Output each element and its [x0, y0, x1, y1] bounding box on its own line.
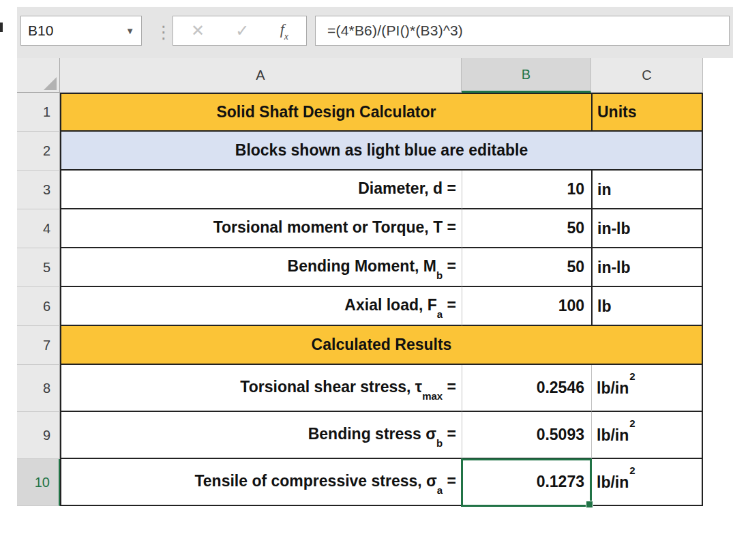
unit-superscript: 2	[629, 370, 635, 382]
section-header-text: Calculated Results	[312, 336, 452, 354]
row-header-4[interactable]: 4	[17, 209, 60, 248]
label-subscript: b	[436, 437, 443, 449]
cell-A10-label[interactable]: Tensile of compressive stress, σa =	[60, 459, 462, 506]
screen-edge-artifact	[0, 23, 3, 32]
insert-function-icon[interactable]: fx	[280, 20, 288, 40]
sheet-row-6: 6 Axial load, Fa = 100 lb	[17, 287, 703, 326]
col-header-A[interactable]: A	[60, 58, 462, 93]
row-header-9[interactable]: 9	[17, 412, 60, 459]
fx-f: f	[280, 20, 284, 38]
unit-superscript: 2	[629, 417, 635, 429]
sheet-row-10: 10 Tensile of compressive stress, σa = 0…	[17, 459, 703, 506]
cell-B8-value[interactable]: 0.2546	[462, 365, 591, 412]
sheet-row-3: 3 Diameter, d = 10 in	[17, 171, 703, 209]
cell-reference-value: B10	[28, 23, 53, 39]
cell-C1-units-header[interactable]: Units	[591, 93, 703, 132]
col-header-C[interactable]: C	[591, 58, 703, 93]
unit-text: lb/in2	[597, 426, 635, 445]
cell-B10-value[interactable]: 0.1273	[462, 459, 591, 506]
cell-B4-value[interactable]: 50	[462, 209, 591, 248]
label-text: Diameter, d =	[358, 179, 456, 199]
unit-text: in	[597, 180, 612, 199]
unit-superscript: 2	[629, 465, 635, 476]
cell-A1-title[interactable]: Solid Shaft Design Calculator	[60, 93, 591, 132]
cell-A2-banner[interactable]: Blocks shown as light blue are editable	[60, 132, 703, 171]
cell-B5-value[interactable]: 50	[462, 248, 591, 287]
select-all-icon	[44, 77, 57, 90]
cancel-icon[interactable]: ✕	[191, 21, 205, 40]
label-text: Torsional shear stress, τmax =	[240, 378, 456, 398]
value-text: 100	[558, 297, 584, 315]
value-text: 0.2546	[537, 379, 584, 397]
unit-text: lb/in2	[597, 473, 635, 492]
sheet-row-9: 9 Bending stress σb = 0.5093 lb/in2	[17, 412, 703, 459]
sheet-row-8: 8 Torsional shear stress, τmax = 0.2546 …	[17, 365, 703, 412]
row-header-6[interactable]: 6	[17, 287, 60, 326]
cell-A7-section-header[interactable]: Calculated Results	[60, 326, 703, 365]
row-header-3[interactable]: 3	[17, 171, 60, 209]
unit-text: in-lb	[597, 219, 631, 238]
enter-icon[interactable]: ✓	[235, 21, 249, 40]
row-header-2[interactable]: 2	[17, 132, 60, 171]
chevron-down-icon[interactable]: ▼	[125, 26, 134, 36]
row-header-5[interactable]: 5	[17, 248, 60, 287]
cell-C9-unit[interactable]: lb/in2	[591, 412, 703, 459]
unit-text: lb/in2	[597, 379, 635, 398]
label-text: Bending Moment, Mb =	[288, 257, 456, 277]
sheet-row-2: 2 Blocks shown as light blue are editabl…	[17, 132, 703, 171]
name-box[interactable]: B10 ▼	[20, 16, 142, 46]
value-text: 50	[567, 219, 584, 237]
sheet-row-4: 4 Torsional moment or Torque, T = 50 in-…	[17, 209, 703, 248]
formula-text: =(4*B6)/(PI()*(B3)^3)	[327, 23, 463, 39]
unit-text: lb	[597, 297, 612, 316]
label-subscript: a	[437, 308, 443, 320]
fx-x: x	[284, 31, 288, 42]
row-header-10[interactable]: 10	[17, 459, 60, 506]
label-text: Bending stress σb =	[308, 425, 456, 445]
sheet-row-5: 5 Bending Moment, Mb = 50 in-lb	[17, 248, 703, 287]
label-subscript: max	[422, 390, 443, 402]
label-text: Axial load, Fa =	[344, 296, 456, 316]
cell-C6-unit[interactable]: lb	[591, 287, 703, 326]
cell-C10-unit[interactable]: lb/in2	[591, 459, 703, 506]
cell-A9-label[interactable]: Bending stress σb =	[60, 412, 462, 459]
spreadsheet-grid: A B C 1 Solid Shaft Design Calculator Un…	[17, 58, 703, 506]
row-header-7[interactable]: 7	[17, 326, 60, 365]
banner-text: Blocks shown as light blue are editable	[235, 141, 528, 160]
cell-B9-value[interactable]: 0.5093	[462, 412, 591, 459]
label-subscript: a	[437, 484, 443, 496]
sheet-row-1: 1 Solid Shaft Design Calculator Units	[17, 93, 703, 132]
separator-dots-icon: ⋮	[155, 19, 173, 45]
excel-window: B10 ▼ ⋮ ✕ ✓ fx =(4*B6)/(PI()*(B3)^3) A B…	[0, 0, 733, 560]
row-header-8[interactable]: 8	[17, 365, 60, 412]
cell-B3-value[interactable]: 10	[462, 171, 591, 209]
value-text: 50	[567, 258, 584, 276]
formula-button-group: ✕ ✓ fx	[173, 16, 307, 46]
unit-text: in-lb	[597, 258, 631, 277]
cell-A8-label[interactable]: Torsional shear stress, τmax =	[60, 365, 462, 412]
column-header-row: A B C	[17, 58, 703, 93]
cell-C3-unit[interactable]: in	[591, 171, 703, 209]
label-text: Tensile of compressive stress, σa =	[194, 472, 456, 492]
cell-C4-unit[interactable]: in-lb	[591, 209, 703, 248]
cell-A4-label[interactable]: Torsional moment or Torque, T =	[60, 209, 462, 248]
value-text: 0.1273	[537, 473, 584, 491]
units-header-text: Units	[597, 103, 637, 121]
value-text: 10	[567, 180, 584, 198]
row-header-1[interactable]: 1	[17, 93, 60, 132]
select-all-corner[interactable]	[17, 58, 60, 93]
cell-C5-unit[interactable]: in-lb	[591, 248, 703, 287]
label-text: Torsional moment or Torque, T =	[213, 218, 456, 238]
cell-A6-label[interactable]: Axial load, Fa =	[60, 287, 462, 326]
label-subscript: b	[436, 269, 443, 281]
cell-C8-unit[interactable]: lb/in2	[591, 365, 703, 412]
cell-A5-label[interactable]: Bending Moment, Mb =	[60, 248, 462, 287]
cell-A3-label[interactable]: Diameter, d =	[60, 171, 462, 209]
title-text: Solid Shaft Design Calculator	[216, 103, 436, 121]
formula-bar[interactable]: =(4*B6)/(PI()*(B3)^3)	[315, 16, 730, 46]
value-text: 0.5093	[537, 426, 584, 444]
col-header-B[interactable]: B	[462, 58, 591, 93]
sheet-row-7: 7 Calculated Results	[17, 326, 703, 365]
cell-B6-value[interactable]: 100	[462, 287, 591, 326]
